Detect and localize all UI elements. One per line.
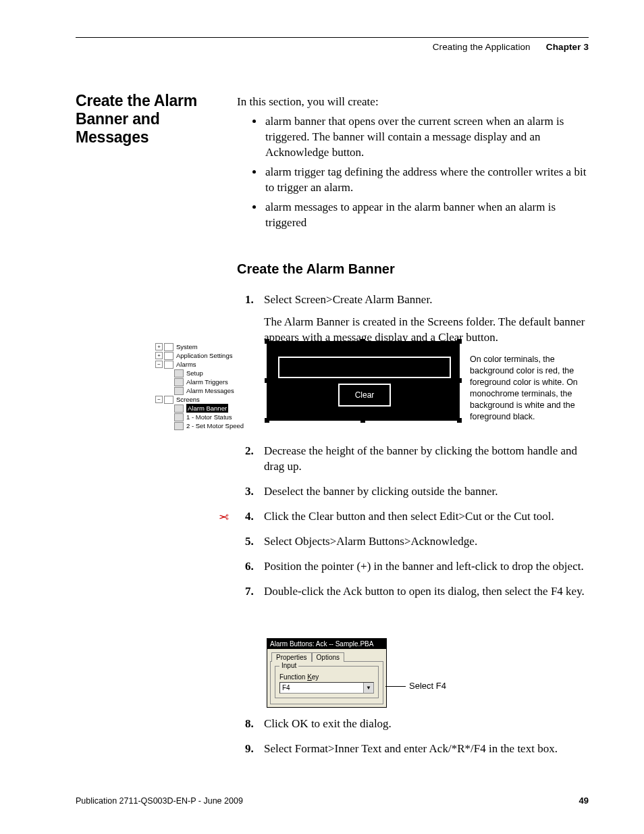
- intro-bullet-list: alarm banner that opens over the current…: [237, 113, 589, 230]
- dialog-combo-value: F4: [282, 684, 290, 692]
- step-7-text: Double-click the Ack button to open its …: [264, 585, 585, 598]
- tree-set-motor-speed: 2 - Set Motor Speed: [186, 421, 244, 430]
- dialog-field-label: Function Key: [279, 673, 374, 681]
- alarm-banner-preview: Clear: [267, 341, 460, 421]
- tree-system: System: [176, 342, 198, 351]
- step-5: 5.Select Objects>Alarm Buttons>Acknowled…: [264, 533, 589, 549]
- section-heading: Create the Alarm Banner and Messages: [76, 92, 231, 147]
- step-6: 6.Position the pointer (+) in the banner…: [264, 558, 589, 574]
- scissors-icon: ✂: [219, 509, 229, 524]
- tree-appsettings: Application Settings: [176, 351, 232, 360]
- step-1-text: Select Screen>Create Alarm Banner.: [264, 293, 432, 306]
- dialog-tab-properties: Properties: [271, 652, 312, 662]
- step-9-text: Select Format>Inner Text and enter Ack/*…: [264, 742, 558, 755]
- nav-tree-figure: +System +Application Settings −Alarms Se…: [155, 342, 250, 430]
- tree-messages: Alarm Messages: [186, 386, 234, 395]
- tree-setup: Setup: [186, 369, 203, 377]
- banner-note: On color terminals, the background color…: [470, 354, 591, 423]
- page-header: Creating the Application Chapter 3: [433, 42, 589, 52]
- bullet-item: alarm messages to appear in the alarm ba…: [264, 199, 589, 230]
- step-8: 8.Click OK to exit the dialog.: [264, 716, 589, 731]
- dialog-title-bar: Alarm Buttons: Ack -- Sample.PBA: [267, 639, 386, 649]
- dialog-callout: Select F4: [409, 681, 446, 691]
- step-4-text: Click the Clear button and then select E…: [264, 510, 554, 523]
- sub-heading: Create the Alarm Banner: [237, 261, 589, 277]
- tree-alarms: Alarms: [176, 360, 196, 369]
- step-5-text: Select Objects>Alarm Buttons>Acknowledge…: [264, 535, 477, 548]
- step-3: 3.Deselect the banner by clicking outsid…: [264, 484, 589, 499]
- step-1: Select Screen>Create Alarm Banner. The A…: [264, 292, 589, 345]
- header-chapter: Chapter 3: [546, 42, 589, 52]
- tree-motor-status: 1 - Motor Status: [186, 413, 232, 421]
- tree-triggers: Alarm Triggers: [186, 377, 228, 386]
- footer-publication: Publication 2711-QS003D-EN-P - June 2009: [76, 796, 243, 806]
- bullet-item: alarm trigger tag defining the address w…: [264, 164, 589, 195]
- ack-dialog-figure: Alarm Buttons: Ack -- Sample.PBA Propert…: [267, 638, 387, 708]
- step-8-text: Click OK to exit the dialog.: [264, 717, 392, 730]
- bullet-item: alarm banner that opens over the current…: [264, 113, 589, 160]
- step-2: 2.Decrease the height of the banner by c…: [264, 443, 589, 474]
- header-breadcrumb: Creating the Application: [433, 42, 531, 52]
- callout-leader: [385, 686, 406, 687]
- step-9: 9.Select Format>Inner Text and enter Ack…: [264, 741, 589, 756]
- tree-screens: Screens: [176, 395, 200, 404]
- dialog-group-input: Input: [279, 662, 298, 669]
- step-3-text: Deselect the banner by clicking outside …: [264, 485, 498, 498]
- tree-alarm-banner-selected: Alarm Banner: [186, 404, 228, 413]
- intro-paragraph: In this section, you will create:: [237, 94, 589, 109]
- footer-page-number: 49: [579, 796, 589, 806]
- step-2-text: Decrease the height of the banner by cli…: [264, 444, 577, 473]
- dialog-function-key-combo: F4 ▼: [279, 682, 374, 694]
- chevron-down-icon: ▼: [363, 683, 373, 693]
- banner-clear-button: Clear: [338, 384, 391, 407]
- banner-message-display: [278, 357, 451, 378]
- step-4: 4.Click the Clear button and then select…: [264, 509, 589, 524]
- dialog-tab-options: Options: [312, 652, 344, 662]
- step-7: 7.Double-click the Ack button to open it…: [264, 583, 589, 599]
- step-6-text: Position the pointer (+) in the banner a…: [264, 560, 584, 573]
